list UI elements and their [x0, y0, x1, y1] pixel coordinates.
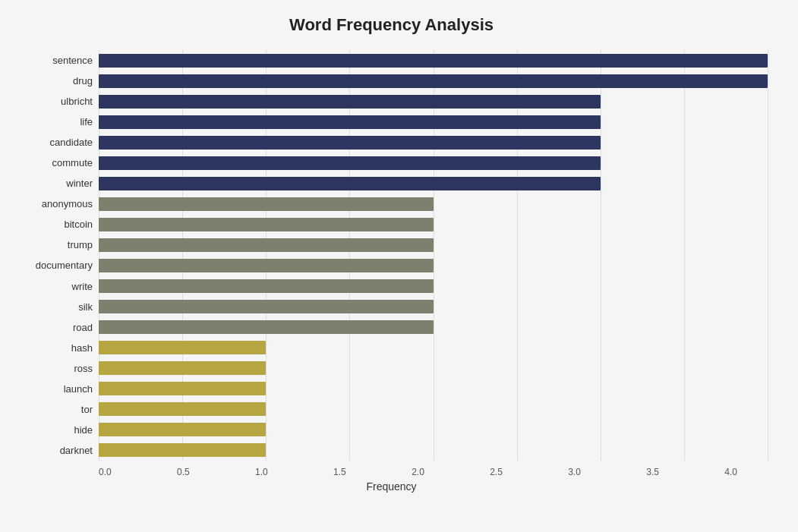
bar [99, 115, 601, 129]
chart-container: Word Frequency Analysis sentencedrugulbr… [0, 0, 798, 532]
bar-row [99, 319, 768, 335]
y-label: ross [74, 358, 93, 378]
x-tick-label: 4.0 [724, 467, 737, 477]
x-tick-label: 1.5 [333, 467, 346, 477]
chart-title: Word Frequency Analysis [15, 15, 768, 35]
bar [99, 402, 266, 416]
y-label: life [80, 112, 93, 132]
bar-row [99, 175, 768, 192]
x-tick-label: 0.0 [99, 467, 112, 477]
y-label: tor [81, 399, 93, 419]
bar-row [99, 52, 768, 69]
bars-column [99, 50, 768, 461]
bar-row [99, 73, 768, 90]
y-label: road [73, 317, 93, 337]
bar [99, 218, 434, 231]
grid-line [768, 50, 768, 461]
x-tick-label: 2.0 [412, 467, 424, 477]
bar [99, 279, 434, 293]
y-label: trump [68, 235, 93, 255]
bar [99, 361, 266, 375]
bar [99, 320, 434, 334]
bar-row [99, 93, 768, 110]
bar-row [99, 134, 768, 151]
chart-area: sentencedrugulbrichtlifecandidatecommute… [15, 50, 768, 461]
y-label: drug [73, 71, 93, 91]
bar [99, 54, 768, 68]
bar [99, 74, 768, 88]
y-label: anonymous [42, 194, 93, 214]
bar [99, 443, 266, 457]
y-label: launch [64, 379, 93, 398]
bar-row [99, 339, 768, 356]
bar-row [99, 278, 768, 294]
y-label: sentence [52, 51, 93, 71]
y-label: bitcoin [64, 215, 93, 235]
bar-row [99, 237, 768, 253]
y-label: hide [74, 420, 93, 439]
bar-row [99, 360, 768, 376]
y-label: silk [78, 297, 93, 316]
x-axis: 0.00.51.01.52.02.53.03.54.0 [99, 461, 768, 477]
bar-row [99, 380, 768, 397]
y-label: documentary [36, 256, 93, 275]
x-tick-label: 3.5 [646, 467, 659, 477]
bar [99, 95, 601, 109]
x-tick-label: 0.5 [177, 467, 190, 477]
bar [99, 156, 601, 170]
bar-row [99, 298, 768, 315]
bar [99, 300, 434, 313]
y-label: ulbricht [61, 92, 93, 112]
y-label: hash [71, 338, 93, 357]
bar-row [99, 401, 768, 417]
y-label: write [72, 276, 93, 296]
bar [99, 341, 266, 354]
x-tick-label: 2.5 [490, 467, 503, 477]
y-labels: sentencedrugulbrichtlifecandidatecommute… [15, 50, 99, 461]
bar-row [99, 114, 768, 131]
bar [99, 136, 601, 150]
y-label: candidate [50, 133, 93, 153]
bar-row [99, 257, 768, 274]
bar [99, 238, 434, 252]
y-label: winter [66, 174, 93, 194]
y-label: commute [52, 153, 93, 173]
bar-row [99, 196, 768, 212]
x-axis-title: Frequency [15, 480, 768, 493]
bar [99, 259, 434, 272]
bar [99, 177, 601, 190]
bar-row [99, 216, 768, 233]
bars-and-grid [99, 50, 768, 461]
y-label: darknet [60, 440, 93, 460]
bar-row [99, 442, 768, 458]
bar-row [99, 421, 768, 438]
x-tick-label: 1.0 [255, 467, 268, 477]
x-tick-label: 3.0 [568, 467, 581, 477]
bar [99, 382, 266, 395]
bar [99, 423, 266, 436]
bar-row [99, 155, 768, 172]
bar [99, 197, 434, 211]
